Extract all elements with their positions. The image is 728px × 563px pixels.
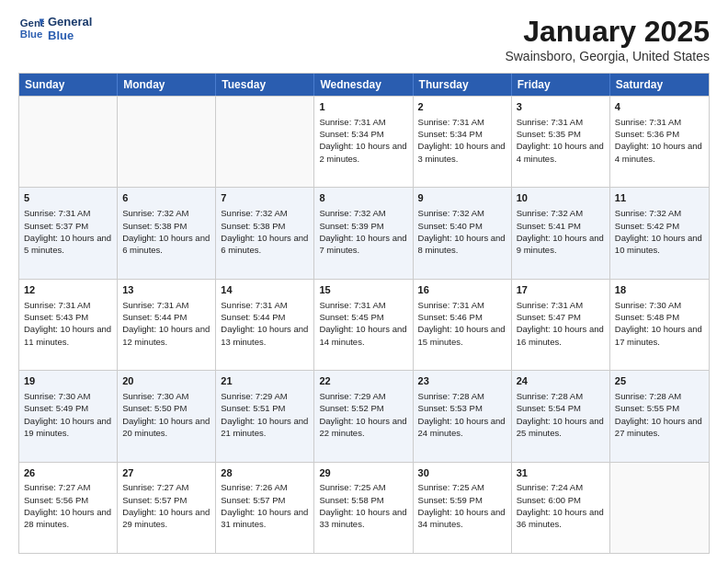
cell-sunset: Sunset: 5:34 PM <box>418 128 506 140</box>
cell-sunrise: Sunrise: 7:28 AM <box>418 390 506 402</box>
logo-icon: General Blue <box>18 16 44 41</box>
cell-sunset: Sunset: 5:40 PM <box>418 220 506 232</box>
cell-sunrise: Sunrise: 7:31 AM <box>418 116 506 128</box>
calendar-cell-4-2: 28Sunrise: 7:26 AMSunset: 5:57 PMDayligh… <box>216 463 314 553</box>
cell-sunrise: Sunrise: 7:31 AM <box>418 299 506 311</box>
calendar-row-3: 19Sunrise: 7:30 AMSunset: 5:49 PMDayligh… <box>19 370 709 461</box>
calendar-cell-0-0 <box>19 97 118 187</box>
calendar-row-0: 1Sunrise: 7:31 AMSunset: 5:34 PMDaylight… <box>19 96 709 187</box>
cell-sunset: Sunset: 5:47 PM <box>517 311 605 323</box>
calendar-cell-2-2: 14Sunrise: 7:31 AMSunset: 5:44 PMDayligh… <box>216 280 314 370</box>
header-wednesday: Wednesday <box>314 74 413 96</box>
day-number: 30 <box>418 466 506 480</box>
day-number: 19 <box>24 374 112 388</box>
calendar-cell-4-6 <box>610 463 709 553</box>
cell-sunrise: Sunrise: 7:30 AM <box>122 390 210 402</box>
day-number: 31 <box>517 466 605 480</box>
cell-daylight: Daylight: 10 hours and 33 minutes. <box>319 506 407 531</box>
cell-daylight: Daylight: 10 hours and 9 minutes. <box>517 232 605 257</box>
cell-daylight: Daylight: 10 hours and 6 minutes. <box>122 232 210 257</box>
title-block: January 2025 Swainsboro, Georgia, United… <box>505 15 710 63</box>
cell-sunrise: Sunrise: 7:28 AM <box>517 390 605 402</box>
cell-sunset: Sunset: 6:00 PM <box>517 494 605 506</box>
calendar-cell-3-3: 22Sunrise: 7:29 AMSunset: 5:52 PMDayligh… <box>314 371 413 461</box>
cell-sunset: Sunset: 5:38 PM <box>221 220 309 232</box>
cell-sunset: Sunset: 5:42 PM <box>615 220 704 232</box>
day-number: 5 <box>24 191 112 205</box>
cell-daylight: Daylight: 10 hours and 31 minutes. <box>221 506 309 531</box>
cell-sunrise: Sunrise: 7:27 AM <box>122 481 210 493</box>
cell-sunset: Sunset: 5:36 PM <box>615 128 704 140</box>
cell-sunrise: Sunrise: 7:31 AM <box>517 116 605 128</box>
location: Swainsboro, Georgia, United States <box>505 49 710 63</box>
cell-sunset: Sunset: 5:38 PM <box>122 220 210 232</box>
cell-sunset: Sunset: 5:52 PM <box>319 402 407 414</box>
calendar-cell-4-3: 29Sunrise: 7:25 AMSunset: 5:58 PMDayligh… <box>314 463 413 553</box>
cell-sunrise: Sunrise: 7:28 AM <box>615 390 704 402</box>
cell-daylight: Daylight: 10 hours and 6 minutes. <box>221 232 309 257</box>
cell-daylight: Daylight: 10 hours and 7 minutes. <box>319 232 407 257</box>
calendar-cell-1-0: 5Sunrise: 7:31 AMSunset: 5:37 PMDaylight… <box>19 188 118 278</box>
cell-sunrise: Sunrise: 7:32 AM <box>319 207 407 219</box>
cell-sunrise: Sunrise: 7:31 AM <box>24 207 112 219</box>
cell-sunrise: Sunrise: 7:30 AM <box>615 299 704 311</box>
day-number: 21 <box>221 374 309 388</box>
cell-daylight: Daylight: 10 hours and 25 minutes. <box>517 415 605 440</box>
calendar-cell-3-6: 25Sunrise: 7:28 AMSunset: 5:55 PMDayligh… <box>610 371 709 461</box>
cell-sunrise: Sunrise: 7:27 AM <box>24 481 112 493</box>
cell-sunrise: Sunrise: 7:25 AM <box>418 481 506 493</box>
cell-sunrise: Sunrise: 7:31 AM <box>517 299 605 311</box>
day-number: 13 <box>122 283 210 297</box>
calendar-row-4: 26Sunrise: 7:27 AMSunset: 5:56 PMDayligh… <box>19 462 709 553</box>
day-number: 27 <box>122 466 210 480</box>
header-thursday: Thursday <box>414 74 512 96</box>
calendar-cell-3-2: 21Sunrise: 7:29 AMSunset: 5:51 PMDayligh… <box>216 371 314 461</box>
day-number: 2 <box>418 100 506 114</box>
day-number: 15 <box>319 283 407 297</box>
day-number: 17 <box>517 283 605 297</box>
day-number: 3 <box>517 100 605 114</box>
calendar-cell-4-0: 26Sunrise: 7:27 AMSunset: 5:56 PMDayligh… <box>19 463 118 553</box>
cell-daylight: Daylight: 10 hours and 19 minutes. <box>24 415 112 440</box>
day-number: 7 <box>221 191 309 205</box>
day-number: 6 <box>122 191 210 205</box>
cell-sunset: Sunset: 5:43 PM <box>24 311 112 323</box>
cell-sunrise: Sunrise: 7:32 AM <box>615 207 704 219</box>
day-number: 4 <box>615 100 704 114</box>
cell-sunset: Sunset: 5:57 PM <box>122 494 210 506</box>
cell-daylight: Daylight: 10 hours and 4 minutes. <box>517 140 605 165</box>
day-number: 24 <box>517 374 605 388</box>
cell-sunrise: Sunrise: 7:31 AM <box>615 116 704 128</box>
day-number: 11 <box>615 191 704 205</box>
cell-daylight: Daylight: 10 hours and 20 minutes. <box>122 415 210 440</box>
calendar-row-2: 12Sunrise: 7:31 AMSunset: 5:43 PMDayligh… <box>19 279 709 370</box>
day-number: 1 <box>319 100 407 114</box>
cell-daylight: Daylight: 10 hours and 24 minutes. <box>418 415 506 440</box>
calendar-cell-4-4: 30Sunrise: 7:25 AMSunset: 5:59 PMDayligh… <box>414 463 512 553</box>
calendar-cell-0-4: 2Sunrise: 7:31 AMSunset: 5:34 PMDaylight… <box>414 97 512 187</box>
cell-sunrise: Sunrise: 7:32 AM <box>122 207 210 219</box>
day-number: 23 <box>418 374 506 388</box>
cell-sunrise: Sunrise: 7:25 AM <box>319 481 407 493</box>
cell-daylight: Daylight: 10 hours and 22 minutes. <box>319 415 407 440</box>
cell-sunrise: Sunrise: 7:31 AM <box>319 116 407 128</box>
cell-daylight: Daylight: 10 hours and 14 minutes. <box>319 323 407 348</box>
calendar-cell-0-5: 3Sunrise: 7:31 AMSunset: 5:35 PMDaylight… <box>512 97 610 187</box>
cell-sunset: Sunset: 5:56 PM <box>24 494 112 506</box>
calendar-cell-1-4: 9Sunrise: 7:32 AMSunset: 5:40 PMDaylight… <box>414 188 512 278</box>
cell-sunrise: Sunrise: 7:26 AM <box>221 481 309 493</box>
calendar-cell-2-6: 18Sunrise: 7:30 AMSunset: 5:48 PMDayligh… <box>610 280 709 370</box>
cell-sunrise: Sunrise: 7:31 AM <box>24 299 112 311</box>
day-number: 22 <box>319 374 407 388</box>
cell-sunset: Sunset: 5:49 PM <box>24 402 112 414</box>
cell-sunset: Sunset: 5:35 PM <box>517 128 605 140</box>
cell-sunset: Sunset: 5:37 PM <box>24 220 112 232</box>
cell-daylight: Daylight: 10 hours and 11 minutes. <box>24 323 112 348</box>
cell-daylight: Daylight: 10 hours and 21 minutes. <box>221 415 309 440</box>
day-number: 16 <box>418 283 506 297</box>
cell-daylight: Daylight: 10 hours and 10 minutes. <box>615 232 704 257</box>
logo-line1: General <box>48 15 92 29</box>
calendar-cell-3-1: 20Sunrise: 7:30 AMSunset: 5:50 PMDayligh… <box>118 371 216 461</box>
day-number: 25 <box>615 374 704 388</box>
svg-text:Blue: Blue <box>20 29 43 40</box>
